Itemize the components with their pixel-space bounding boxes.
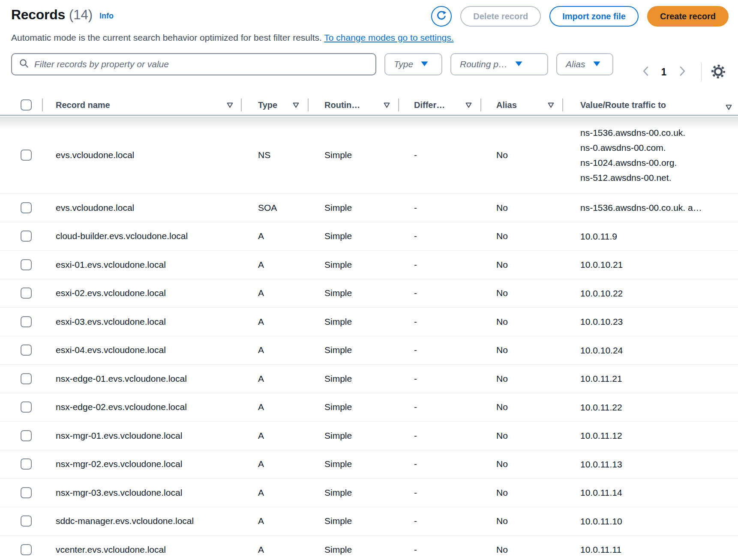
- alias-cell: No: [481, 345, 563, 355]
- alias-cell: No: [481, 488, 563, 498]
- import-zone-file-button[interactable]: Import zone file: [549, 6, 639, 27]
- differentiator-cell: -: [399, 150, 481, 160]
- search-input[interactable]: [34, 59, 369, 69]
- alias-cell: No: [481, 260, 563, 270]
- record-type-cell: A: [242, 260, 309, 270]
- record-type-cell: A: [242, 317, 309, 327]
- gear-icon: [711, 64, 726, 81]
- row-checkbox[interactable]: [21, 202, 32, 213]
- record-name-cell: esxi-01.evs.vcloudone.local: [43, 260, 242, 270]
- row-checkbox-cell: [0, 231, 43, 242]
- differentiator-cell: -: [399, 431, 481, 441]
- record-type-cell: A: [242, 545, 309, 555]
- value-cell: 10.0.10.21: [563, 257, 738, 272]
- row-checkbox-cell: [0, 401, 43, 413]
- value-line: 10.0.11.9: [580, 229, 617, 244]
- record-type-cell: A: [242, 516, 309, 526]
- sort-icon: [726, 102, 732, 112]
- value-line: 10.0.10.23: [580, 314, 623, 329]
- alias-cell: No: [481, 317, 563, 327]
- record-type-cell: A: [242, 288, 309, 298]
- page-title: Records: [11, 7, 65, 23]
- table-preferences-button[interactable]: [710, 63, 727, 81]
- refresh-button[interactable]: [431, 6, 452, 27]
- value-line: 10.0.10.21: [580, 257, 623, 272]
- column-header-type[interactable]: Type: [242, 94, 309, 116]
- table-row: vcenter.evs.vcloudone.localASimple-No10.…: [0, 536, 738, 560]
- differentiator-cell: -: [399, 317, 481, 327]
- row-checkbox[interactable]: [21, 373, 32, 384]
- differentiator-cell: -: [399, 516, 481, 526]
- search-box[interactable]: [11, 53, 376, 75]
- record-name-cell: esxi-02.evs.vcloudone.local: [43, 288, 242, 298]
- current-page-number[interactable]: 1: [654, 66, 674, 78]
- value-line: 10.0.11.12: [580, 428, 622, 443]
- create-record-button[interactable]: Create record: [647, 6, 729, 27]
- row-checkbox[interactable]: [21, 316, 32, 327]
- type-filter-dropdown[interactable]: Type: [384, 53, 442, 75]
- routing-policy-cell: Simple: [309, 459, 399, 469]
- chevron-left-icon: [642, 66, 649, 78]
- filter-bar: Type Routing p… Alias: [11, 53, 613, 75]
- sort-icon: [227, 100, 233, 110]
- delete-record-button[interactable]: Delete record: [460, 6, 541, 27]
- record-type-cell: SOA: [242, 203, 309, 213]
- routing-policy-cell: Simple: [309, 402, 399, 412]
- info-link[interactable]: Info: [99, 12, 114, 21]
- row-checkbox[interactable]: [21, 515, 32, 527]
- value-line: ns-0.awsdns-00.com.: [580, 140, 685, 155]
- value-line: ns-1536.awsdns-00.co.uk.: [580, 125, 685, 140]
- routing-policy-cell: Simple: [309, 150, 399, 160]
- alias-cell: No: [481, 402, 563, 412]
- table-row: nsx-edge-02.evs.vcloudone.localASimple-N…: [0, 393, 738, 422]
- record-name-cell: nsx-edge-02.evs.vcloudone.local: [43, 402, 242, 412]
- column-header-record-name[interactable]: Record name: [43, 94, 242, 116]
- differentiator-cell: -: [399, 288, 481, 298]
- column-header-value[interactable]: Value/Route traffic to: [563, 94, 738, 116]
- record-name-cell: evs.vcloudone.local: [43, 203, 242, 213]
- differentiator-cell: -: [399, 545, 481, 555]
- previous-page-button[interactable]: [637, 62, 654, 82]
- row-checkbox-cell: [0, 458, 43, 470]
- routing-policy-filter-dropdown[interactable]: Routing p…: [450, 53, 548, 75]
- alias-cell: No: [481, 150, 563, 160]
- row-checkbox[interactable]: [21, 401, 32, 413]
- value-cell: 10.0.10.23: [563, 314, 738, 329]
- value-cell: 10.0.11.9: [563, 229, 738, 244]
- value-line: 10.0.11.21: [580, 371, 622, 386]
- alias-cell: No: [481, 545, 563, 555]
- row-checkbox-cell: [0, 344, 43, 356]
- column-header-differentiator[interactable]: Differ…: [399, 94, 481, 116]
- value-cell: 10.0.11.11: [563, 542, 738, 557]
- row-checkbox[interactable]: [21, 259, 32, 270]
- row-checkbox[interactable]: [21, 287, 32, 299]
- records-table-body: evs.vcloudone.localNSSimple-Nons-1536.aw…: [0, 117, 738, 560]
- row-checkbox[interactable]: [21, 458, 32, 470]
- row-checkbox[interactable]: [21, 344, 32, 356]
- routing-policy-cell: Simple: [309, 545, 399, 555]
- row-checkbox[interactable]: [21, 150, 32, 161]
- column-header-alias[interactable]: Alias: [481, 94, 563, 116]
- page-header: Records (14) Info: [11, 7, 114, 23]
- record-type-cell: NS: [242, 150, 309, 160]
- record-name-cell: sddc-manager.evs.vcloudone.local: [43, 516, 242, 526]
- table-row: evs.vcloudone.localNSSimple-Nons-1536.aw…: [0, 117, 738, 194]
- row-checkbox[interactable]: [21, 544, 32, 555]
- toolbar-divider: [701, 63, 702, 81]
- value-line: 10.0.11.13: [580, 457, 622, 472]
- alias-cell: No: [481, 203, 563, 213]
- records-count: (14): [69, 7, 93, 23]
- chevron-down-icon: [593, 61, 600, 68]
- record-name-cell: nsx-mgr-01.evs.vcloudone.local: [43, 431, 242, 441]
- change-modes-link[interactable]: To change modes go to settings.: [324, 33, 453, 42]
- select-all-checkbox[interactable]: [21, 99, 32, 111]
- table-row: sddc-manager.evs.vcloudone.localASimple-…: [0, 507, 738, 536]
- column-header-routing-policy[interactable]: Routin…: [309, 94, 399, 116]
- record-name-cell: nsx-mgr-03.evs.vcloudone.local: [43, 488, 242, 498]
- row-checkbox[interactable]: [21, 231, 32, 242]
- next-page-button[interactable]: [674, 62, 691, 82]
- row-checkbox[interactable]: [21, 430, 32, 441]
- alias-filter-dropdown[interactable]: Alias: [556, 53, 613, 75]
- row-checkbox[interactable]: [21, 487, 32, 498]
- alias-cell: No: [481, 374, 563, 384]
